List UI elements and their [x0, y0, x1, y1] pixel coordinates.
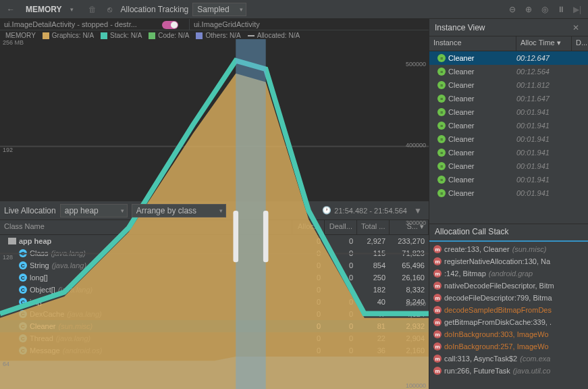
- list-item[interactable]: mcall:313, AsyncTask$2 (com.exa: [429, 353, 588, 365]
- instance-icon: ≡: [437, 176, 446, 184]
- list-item[interactable]: ≡Cleaner00:01.941: [429, 159, 588, 173]
- instance-icon: ≡: [437, 108, 446, 116]
- list-item[interactable]: ≡Cleaner00:01.941: [429, 146, 588, 159]
- profiler-title: MEMORY: [22, 5, 66, 14]
- instance-icon: ≡: [437, 95, 446, 103]
- heap-select[interactable]: app heap: [60, 204, 128, 217]
- list-item[interactable]: ≡Cleaner00:12.647: [429, 51, 588, 65]
- callstack-list[interactable]: mcreate:133, Cleaner (sun.misc)mregister…: [429, 242, 588, 389]
- list-item[interactable]: mcreate:133, Cleaner (sun.misc): [429, 243, 588, 255]
- list-item[interactable]: ≡Cleaner00:01.941: [429, 186, 588, 200]
- method-icon: m: [433, 269, 442, 278]
- force-gc-icon[interactable]: ⎋: [103, 3, 117, 16]
- callstack-header: Allocation Call Stack: [429, 224, 588, 242]
- chart-legend: MEMORY Graphics: N/A Stack: N/A Code: N/…: [0, 32, 429, 39]
- method-icon: m: [433, 355, 442, 363]
- list-item[interactable]: ≡Cleaner00:11.812: [429, 78, 588, 92]
- chevron-down-icon[interactable]: ▾: [70, 6, 74, 13]
- list-item[interactable]: mgetBitmapFromDiskCache:339, .: [429, 316, 588, 328]
- activity-label-2: ui.ImageGridActivity: [189, 19, 429, 30]
- method-icon: m: [433, 257, 442, 265]
- method-icon: m: [433, 294, 442, 302]
- method-icon: m: [433, 306, 442, 314]
- zoom-reset-icon[interactable]: ◎: [538, 3, 552, 16]
- method-icon: m: [433, 318, 442, 326]
- list-item[interactable]: ≡Cleaner00:11.647: [429, 92, 588, 105]
- method-icon: m: [433, 342, 442, 351]
- instance-icon: ≡: [437, 189, 446, 197]
- list-item[interactable]: mdecodeSampledBitmapFromDes: [429, 304, 588, 316]
- svg-rect-3: [236, 39, 265, 389]
- go-live-icon[interactable]: ▶|: [570, 3, 584, 16]
- instance-icon: ≡: [437, 149, 446, 157]
- close-icon[interactable]: ✕: [569, 21, 583, 34]
- zoom-out-icon[interactable]: ⊖: [506, 3, 519, 16]
- instance-icon: ≡: [437, 162, 446, 170]
- list-item[interactable]: m:142, Bitmap (android.grap: [429, 267, 588, 280]
- allocation-tracking-label: Allocation Tracking: [121, 5, 189, 14]
- list-item[interactable]: mdoInBackground:257, ImageWo: [429, 340, 588, 353]
- instance-icon: ≡: [437, 135, 446, 143]
- method-icon: m: [433, 282, 442, 290]
- back-icon[interactable]: ←: [4, 3, 18, 16]
- instance-icon: ≡: [437, 81, 446, 89]
- trash-icon[interactable]: 🗑: [86, 3, 99, 16]
- method-icon: m: [433, 330, 442, 338]
- tracking-mode-select[interactable]: Sampled: [192, 3, 246, 16]
- list-item[interactable]: mnativeDecodeFileDescriptor, Bitm: [429, 280, 588, 292]
- list-item[interactable]: ≡Cleaner00:01.941: [429, 105, 588, 119]
- toggle-switch[interactable]: [162, 21, 178, 29]
- memory-chart: ui.ImageDetailActivity - stopped - destr…: [0, 19, 429, 201]
- list-item[interactable]: ≡Cleaner00:12.564: [429, 65, 588, 78]
- instance-icon: ≡: [437, 122, 446, 130]
- list-item[interactable]: mrun:266, FutureTask (java.util.co: [429, 365, 588, 377]
- list-item[interactable]: mdoInBackground:303, ImageWo: [429, 328, 588, 340]
- arrange-select[interactable]: Arrange by class: [132, 204, 226, 217]
- instance-list[interactable]: ≡Cleaner00:12.647≡Cleaner00:12.564≡Clean…: [429, 51, 588, 224]
- instance-icon: ≡: [437, 68, 446, 76]
- svg-rect-4: [233, 211, 238, 262]
- list-item[interactable]: ≡Cleaner00:01.941: [429, 119, 588, 132]
- instance-icon: ≡: [437, 54, 446, 62]
- list-item[interactable]: mdecodeFileDescriptor:799, Bitma: [429, 292, 588, 304]
- list-item[interactable]: mregisterNativeAllocation:130, Na: [429, 255, 588, 267]
- method-icon: m: [433, 245, 442, 253]
- method-icon: m: [433, 367, 442, 375]
- main-toolbar: ← MEMORY ▾ 🗑 ⎋ Allocation Tracking Sampl…: [0, 0, 588, 19]
- list-item[interactable]: ≡Cleaner00:01.941: [429, 132, 588, 146]
- svg-rect-5: [263, 211, 269, 262]
- instance-view-header: Instance View ✕: [429, 19, 588, 36]
- pause-icon[interactable]: ⏸: [554, 3, 568, 16]
- zoom-in-icon[interactable]: ⊕: [522, 3, 535, 16]
- activity-label-1: ui.ImageDetailActivity - stopped - destr…: [0, 19, 189, 30]
- list-item[interactable]: ≡Cleaner00:01.941: [429, 173, 588, 186]
